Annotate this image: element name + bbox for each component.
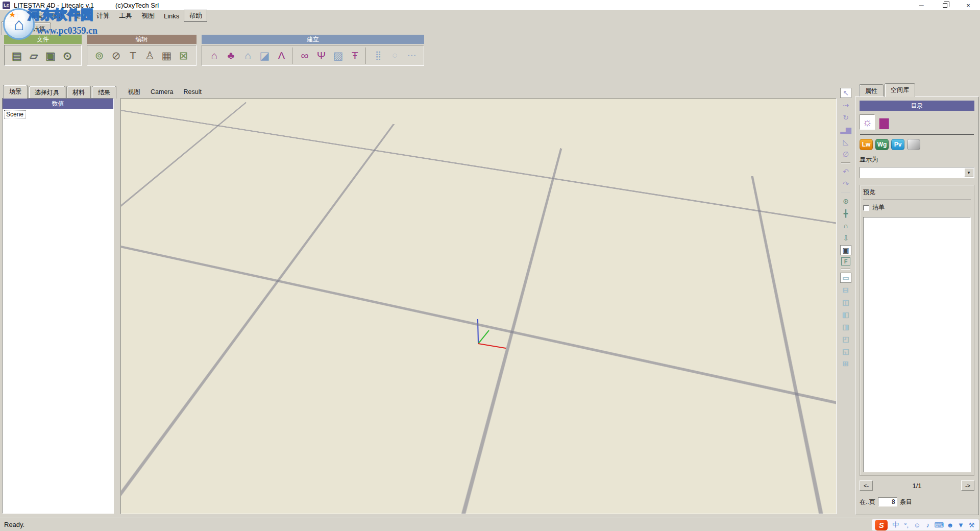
- minimize-button[interactable]: ─: [910, 0, 933, 10]
- aim-luminaire-icon[interactable]: ◺: [840, 137, 851, 147]
- redo-icon[interactable]: ↷: [840, 179, 851, 189]
- zero-icon[interactable]: ∅: [840, 149, 851, 159]
- menu-item[interactable]: 编辑: [24, 10, 47, 21]
- strip-icon[interactable]: [841, 269, 850, 270]
- viewport-tab[interactable]: Camera: [145, 86, 178, 98]
- zoom-window-icon[interactable]: ∩: [840, 221, 851, 231]
- next-page-button[interactable]: ->: [961, 480, 974, 491]
- lw-format-icon[interactable]: Lw: [860, 139, 873, 150]
- sogou-logo-icon[interactable]: S: [875, 520, 888, 530]
- left-panel-tab[interactable]: 材料: [66, 86, 91, 99]
- array-line-icon[interactable]: ⋯: [403, 47, 420, 64]
- window-copyright: (c)OxyTech Srl: [115, 2, 159, 9]
- ime-mic-icon[interactable]: ♪: [923, 520, 932, 530]
- wg-format-icon[interactable]: Wg: [875, 139, 889, 150]
- layout-single-icon[interactable]: ▭: [840, 273, 851, 283]
- menu-item[interactable]: 文件: [2, 10, 24, 21]
- floodlight-panel-icon[interactable]: ▨: [330, 47, 347, 64]
- layout-three-pane-icon[interactable]: ◰: [840, 334, 851, 344]
- preview-listbox[interactable]: [863, 217, 971, 472]
- strip-icon[interactable]: [841, 162, 850, 163]
- viewport-tab[interactable]: 视图: [122, 86, 145, 99]
- ime-tools-icon[interactable]: ⚒: [967, 520, 976, 530]
- street-lamp-icon[interactable]: Ŧ: [347, 47, 363, 64]
- array-grid-icon[interactable]: ⣿: [365, 47, 386, 64]
- items-per-page-input[interactable]: [878, 497, 897, 506]
- open-folder-icon[interactable]: ▱: [25, 47, 42, 64]
- right-panel-tab[interactable]: 空间库: [885, 83, 915, 97]
- menu-item[interactable]: 修正: [47, 10, 69, 21]
- ribbon-group-build: 建立 ⌂♣⌂◪Λ∞Ψ▨Ŧ⣿◌⋯: [202, 35, 424, 66]
- menu-item[interactable]: 计算: [92, 10, 114, 21]
- mouse-mode-icon[interactable]: ▣: [840, 245, 851, 255]
- left-panel-tab[interactable]: 结果: [92, 86, 116, 99]
- close-button[interactable]: ×: [957, 0, 980, 10]
- left-panel-tab[interactable]: 场景: [3, 85, 28, 99]
- text-label-icon[interactable]: T: [125, 47, 141, 64]
- layout-vsplit-icon[interactable]: ◫: [840, 297, 851, 307]
- menu-item[interactable]: 建立: [69, 10, 92, 21]
- list-checkbox[interactable]: [863, 205, 869, 211]
- right-panel-tab[interactable]: 属性: [859, 84, 884, 97]
- render-format-icon[interactable]: [907, 139, 920, 150]
- menu-item[interactable]: 帮助: [184, 10, 207, 22]
- restore-button[interactable]: [933, 0, 957, 10]
- ribbon-group-file: 文件 ▤▱▣⊙: [4, 35, 82, 66]
- scale-steps-icon[interactable]: ▂▆: [840, 125, 851, 135]
- left-panel-tab[interactable]: 选择灯具: [29, 86, 65, 99]
- menu-item[interactable]: 工具: [114, 10, 137, 21]
- layout-three-pane-alt-icon[interactable]: ◱: [840, 346, 851, 356]
- scene-tree-item[interactable]: Scene: [4, 110, 26, 118]
- viewport-3d-canvas[interactable]: [120, 98, 837, 514]
- strip-icon[interactable]: [841, 192, 850, 193]
- road-icon[interactable]: Λ: [273, 47, 290, 64]
- ime-skin-icon[interactable]: ▼: [957, 520, 965, 530]
- pv-format-icon[interactable]: Pv: [891, 139, 904, 150]
- prev-page-button[interactable]: <-: [860, 480, 873, 491]
- ime-emoji-icon[interactable]: ☺: [913, 520, 921, 530]
- display-as-label: 显示为: [860, 155, 974, 164]
- building-icon[interactable]: ⌂: [239, 47, 256, 64]
- ime-punctuation-icon[interactable]: °,: [902, 520, 911, 530]
- layout-right-main-icon[interactable]: ◨: [840, 322, 851, 332]
- select-cursor-icon[interactable]: ↖: [840, 88, 851, 98]
- document-tab[interactable]: 工程: [1, 21, 26, 35]
- indoor-room-icon[interactable]: ⌂: [206, 47, 223, 64]
- power-exit-icon[interactable]: ⊙: [59, 47, 76, 64]
- ribbon: 文件 ▤▱▣⊙ 编辑 ⊚⊘T♙▦⊠ 建立 ⌂♣⌂◪Λ∞Ψ▨Ŧ⣿◌⋯: [0, 34, 980, 67]
- save-icon[interactable]: ▣: [42, 47, 59, 64]
- viewport-tab[interactable]: Result: [178, 86, 206, 98]
- layout-left-main-icon[interactable]: ◧: [840, 309, 851, 320]
- ime-account-icon[interactable]: ☻: [946, 520, 954, 530]
- layout-hsplit-icon[interactable]: ⊟: [840, 285, 851, 295]
- zoom-fit-icon[interactable]: F: [841, 257, 850, 266]
- translate-icon[interactable]: ⇢: [840, 100, 851, 110]
- new-document-icon[interactable]: ▤: [8, 47, 25, 64]
- zoom-down-icon[interactable]: ⇩: [840, 233, 851, 243]
- delete-object-icon[interactable]: ⊘: [108, 47, 125, 64]
- list-checkbox-label: 清单: [872, 203, 885, 212]
- ribbon-group-build-label: 建立: [202, 35, 424, 44]
- menu-item[interactable]: 视图: [137, 10, 159, 21]
- antenna-pole-icon[interactable]: Ψ: [313, 47, 330, 64]
- camera-icon[interactable]: ∞: [292, 47, 313, 64]
- hierarchy-icon[interactable]: ▦: [158, 47, 175, 64]
- furniture-catalog-icon[interactable]: ▆: [876, 114, 892, 130]
- array-circle-icon[interactable]: ◌: [386, 47, 403, 64]
- rotate-icon[interactable]: ↻: [840, 112, 851, 123]
- clone-object-icon[interactable]: ⊚: [91, 47, 108, 64]
- menu-item[interactable]: Links: [159, 11, 184, 21]
- delete-hierarchy-icon[interactable]: ⊠: [175, 47, 192, 64]
- solid-cube-icon[interactable]: ◪: [256, 47, 273, 64]
- ime-keyboard-icon[interactable]: ⌨: [934, 520, 944, 530]
- layout-quad-icon[interactable]: ⊞: [840, 358, 851, 369]
- luminaire-catalog-icon[interactable]: ☼: [860, 114, 875, 130]
- chevron-down-icon[interactable]: ▼: [964, 168, 973, 177]
- pan-icon[interactable]: ╋: [840, 208, 851, 219]
- undo-icon[interactable]: ↶: [840, 166, 851, 177]
- ime-chinese-icon[interactable]: 中: [891, 520, 900, 530]
- outdoor-scene-icon[interactable]: ♣: [223, 47, 239, 64]
- display-as-dropdown[interactable]: ▼: [860, 167, 974, 178]
- select-figure-icon[interactable]: ♙: [141, 47, 158, 64]
- orbit-icon[interactable]: ⊛: [840, 196, 851, 206]
